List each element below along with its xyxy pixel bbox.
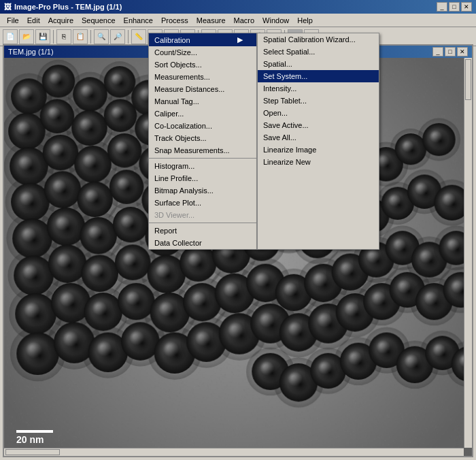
- cal-submenu-item-linearize-new[interactable]: Linearize New: [258, 156, 379, 168]
- cal-submenu-item-open[interactable]: Open...: [258, 107, 379, 119]
- measure-menu-item-count-size[interactable]: Count/Size...: [149, 46, 256, 59]
- toolbar-save[interactable]: 💾: [35, 29, 50, 44]
- toolbar-new[interactable]: 📄: [3, 29, 18, 44]
- menu-item-window[interactable]: Window: [258, 15, 293, 26]
- menu-separator: [149, 158, 256, 159]
- scale-bar-text: 20 nm: [16, 434, 53, 445]
- vertical-scrollbar[interactable]: [464, 58, 472, 448]
- measure-menu-item-snap-measurements[interactable]: Snap Measurements...: [149, 144, 256, 157]
- vertical-scroll-thumb[interactable]: [465, 59, 471, 100]
- image-window-title: TEM.jpg (1/1): [8, 48, 54, 56]
- toolbar-zoom-in[interactable]: 🔍: [94, 29, 109, 44]
- scale-bar: 20 nm: [16, 430, 53, 445]
- menu-item-acquire[interactable]: Acquire: [44, 15, 78, 26]
- measure-menu-item-data-collector[interactable]: Data Collector: [149, 237, 256, 249]
- horizontal-scrollbar[interactable]: [4, 448, 464, 456]
- menu-item-enhance[interactable]: Enhance: [120, 15, 157, 26]
- measure-menu: Calibration ▶Count/Size...Sort Objects..…: [148, 33, 257, 250]
- measure-menu-item-surface-plot[interactable]: Surface Plot...: [149, 197, 256, 209]
- image-maximize-button[interactable]: □: [445, 47, 456, 56]
- menu-separator: [149, 223, 256, 223]
- image-close-button[interactable]: ✕: [457, 47, 468, 56]
- calibration-submenu: Spatial Calibration Wizard...Select Spat…: [257, 33, 379, 250]
- menu-item-process[interactable]: Process: [157, 15, 192, 26]
- submenu-arrow: ▶: [237, 35, 243, 44]
- measure-menu-item-calibration[interactable]: Calibration ▶: [149, 33, 256, 46]
- measure-menu-item-track-objects[interactable]: Track Objects...: [149, 132, 256, 144]
- menu-bar: FileEditAcquireSequenceEnhanceProcessMea…: [0, 14, 476, 27]
- measure-menu-item-measurements[interactable]: Measurements...: [149, 71, 256, 83]
- cal-submenu-item-step-tablet[interactable]: Step Tablet...: [258, 95, 379, 107]
- measure-menu-item-co-localization[interactable]: Co-Localization...: [149, 120, 256, 132]
- title-bar: 🖼 Image-Pro Plus - TEM.jpg (1/1) _ □ ✕: [0, 0, 476, 14]
- cal-submenu-item-save-all[interactable]: Save All...: [258, 131, 379, 144]
- image-minimize-button[interactable]: _: [432, 47, 443, 56]
- measure-menu-item-caliper[interactable]: Caliper...: [149, 108, 256, 120]
- measure-menu-item-line-profile[interactable]: Line Profile...: [149, 172, 256, 184]
- cal-submenu-item-spatial[interactable]: Spatial...: [258, 58, 379, 70]
- measure-menu-item-measure-distances[interactable]: Measure Distances...: [149, 83, 256, 95]
- toolbar-open[interactable]: 📂: [19, 29, 34, 44]
- menu-item-measure[interactable]: Measure: [192, 15, 230, 26]
- menu-item-sequence[interactable]: Sequence: [78, 15, 120, 26]
- toolbar-copy[interactable]: ⎘: [56, 29, 71, 44]
- cal-submenu-item-spatial-wizard[interactable]: Spatial Calibration Wizard...: [258, 33, 379, 46]
- toolbar-zoom-out[interactable]: 🔎: [110, 29, 125, 44]
- app-title: Image-Pro Plus - TEM.jpg (1/1): [14, 3, 122, 11]
- menu-item-macro[interactable]: Macro: [230, 15, 259, 26]
- close-button[interactable]: ✕: [461, 2, 472, 12]
- measure-menu-item-bitmap-analysis[interactable]: Bitmap Analysis...: [149, 184, 256, 197]
- measure-menu-item-manual-tag[interactable]: Manual Tag...: [149, 95, 256, 108]
- menu-item-edit[interactable]: Edit: [23, 15, 44, 26]
- toolbar-paste[interactable]: 📋: [73, 29, 88, 44]
- measure-menu-item-report[interactable]: Report: [149, 225, 256, 237]
- cal-submenu-item-linearize-image[interactable]: Linearize Image: [258, 144, 379, 156]
- cal-submenu-item-select-spatial[interactable]: Select Spatial...: [258, 46, 379, 58]
- horizontal-scroll-thumb[interactable]: [5, 449, 60, 455]
- menu-item-help[interactable]: Help: [293, 15, 317, 26]
- dropdown-container: Calibration ▶Count/Size...Sort Objects..…: [148, 33, 379, 250]
- measure-menu-item-3d-viewer: 3D Viewer...: [149, 209, 256, 221]
- cal-submenu-item-save-active[interactable]: Save Active...: [258, 119, 379, 131]
- maximize-button[interactable]: □: [449, 2, 460, 12]
- scale-bar-line: [16, 430, 53, 433]
- cal-submenu-item-set-system[interactable]: Set System...: [258, 70, 379, 82]
- minimize-button[interactable]: _: [437, 2, 447, 12]
- toolbar-measure[interactable]: 📏: [131, 29, 146, 44]
- menu-item-file[interactable]: File: [3, 15, 23, 26]
- measure-menu-item-sort-objects[interactable]: Sort Objects...: [149, 59, 256, 71]
- app-icon: 🖼: [4, 3, 12, 11]
- cal-submenu-item-intensity[interactable]: Intensity...: [258, 82, 379, 95]
- measure-menu-item-histogram[interactable]: Histogram...: [149, 160, 256, 172]
